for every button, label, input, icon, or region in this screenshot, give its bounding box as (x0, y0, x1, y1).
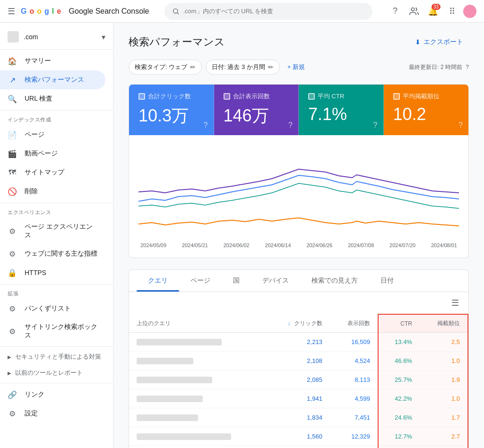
tab-devices[interactable]: デバイス (251, 270, 300, 292)
security-section-expand[interactable]: ▶ セキュリティと手動による対策 (0, 349, 113, 365)
tab-countries-label: 国 (233, 276, 240, 284)
metric-clicks[interactable]: 合計クリック数 10.3万 ? (129, 85, 214, 135)
divider-4 (0, 284, 113, 284)
clicks-cell: 1,941 (267, 389, 330, 408)
notifications-icon[interactable]: 🔔 33 (425, 4, 441, 19)
x-label-5: 2024/07/08 (348, 242, 374, 248)
date-range-filter[interactable]: 日付: 過去 3 か月間 ✏ (206, 60, 280, 75)
topbar: ☰ Google Google Search Console ? 🔔 33 ⠿ (0, 0, 484, 23)
tab-countries[interactable]: 国 (222, 270, 251, 292)
position-help-icon[interactable]: ? (458, 121, 463, 129)
sidebar-item-remove[interactable]: 🚫 削除 (0, 182, 105, 201)
tab-pages-label: ページ (190, 276, 210, 284)
ctr-checkbox (308, 93, 315, 100)
clicks-cell: 2,108 (267, 352, 330, 370)
search-input[interactable] (183, 8, 365, 15)
divider-2 (0, 110, 113, 111)
app-title: Google Search Console (69, 7, 149, 16)
manage-users-icon[interactable] (406, 4, 422, 19)
section-title-index: インデックス作成 (0, 112, 113, 125)
col-impressions[interactable]: 表示回数 (330, 314, 378, 333)
position-cell: 2.7 (420, 427, 468, 446)
table-row[interactable]: 2,0858,11325.7%1.9 (129, 370, 468, 389)
add-filter-button[interactable]: + 新規 (284, 60, 309, 74)
impressions-help-icon[interactable]: ? (288, 121, 293, 129)
ctr-cell: 13.6% (378, 446, 420, 448)
url-search-icon: 🔍 (8, 94, 17, 103)
date-range-edit-icon: ✏ (268, 63, 274, 71)
tab-queries[interactable]: クエリ (137, 270, 179, 292)
col-query[interactable]: 上位のクエリ (129, 314, 267, 333)
sidebar-item-https[interactable]: 🔒 HTTPS (0, 263, 105, 282)
sidebar-item-search-performance-label: 検索パフォーマンス (25, 76, 84, 84)
sidebar-item-settings[interactable]: ⚙ 設定 (0, 404, 105, 423)
position-label: 平均掲載順位 (393, 92, 459, 101)
data-table: 上位のクエリ ↓ クリック数 表示回数 CTR 掲載 (129, 314, 468, 448)
clicks-help-icon[interactable]: ? (204, 121, 208, 129)
position-cell: 2.5 (420, 333, 468, 352)
sidebar-item-url-inspection-label: URL 検査 (25, 95, 52, 103)
tab-search-appearance[interactable]: 検索での見え方 (300, 270, 369, 292)
sidebar-item-links[interactable]: 🔗 リンク (0, 385, 105, 404)
x-label-6: 2024/07/20 (389, 242, 415, 248)
avatar[interactable] (463, 5, 476, 18)
metric-position[interactable]: 平均掲載順位 10.2 ? (384, 85, 469, 135)
sidebar: .com ▾ 🏠 サマリー ↗ 検索パフォーマンス 🔍 URL 検査 インデック… (0, 23, 113, 448)
metric-impressions[interactable]: 合計表示回数 146万 ? (214, 85, 299, 135)
sidebar-item-search-performance[interactable]: ↗ 検索パフォーマンス (0, 70, 105, 89)
table-row[interactable]: 2,21316,50913.4%2.5 (129, 333, 468, 352)
metric-ctr[interactable]: 平均 CTR 7.1% ? (299, 85, 384, 135)
trending-icon: ↗ (8, 75, 17, 85)
ctr-cell: 42.2% (378, 389, 420, 408)
position-value: 10.2 (393, 104, 459, 124)
sort-icon: ↓ (288, 320, 291, 327)
tab-dates[interactable]: 日付 (369, 270, 405, 292)
ctr-help-icon[interactable]: ? (373, 121, 378, 129)
search-type-filter[interactable]: 検索タイプ: ウェブ ✏ (129, 60, 202, 75)
last-updated: 最終更新日: 2 時間前 ? (409, 63, 469, 71)
apps-grid-icon[interactable]: ⠿ (444, 4, 459, 19)
table-filter-button[interactable]: ☰ (449, 296, 461, 310)
col-position[interactable]: 掲載順位 (420, 314, 468, 333)
clicks-cell: 1,560 (267, 427, 330, 446)
svg-line-1 (177, 13, 179, 14)
table-row[interactable]: 2,1084,52446.6%1.0 (129, 352, 468, 370)
topbar-actions: ? 🔔 33 ⠿ (388, 4, 476, 19)
sidebar-item-breadcrumbs[interactable]: ⚙ パンくずリスト (0, 299, 105, 318)
page-experience-icon: ⚙ (8, 226, 17, 236)
sidebar-item-summary[interactable]: 🏠 サマリー (0, 52, 105, 70)
export-button[interactable]: ⬇ エクスポート (409, 34, 469, 50)
sidebar-item-video-pages[interactable]: 🎬 動画ページ (0, 144, 105, 163)
tabs-row: クエリ ページ 国 デバイス 検索での見え方 日付 (129, 270, 468, 292)
table-row[interactable]: 1,8347,45124.6%1.7 (129, 408, 468, 427)
tab-search-appearance-label: 検索での見え方 (311, 276, 358, 284)
last-updated-help-icon[interactable]: ? (466, 64, 469, 70)
global-search[interactable] (164, 3, 373, 20)
search-type-label: 検索タイプ: ウェブ (135, 63, 187, 71)
site-selector[interactable]: .com ▾ (0, 26, 113, 47)
tab-dates-label: 日付 (380, 276, 394, 284)
sidebar-item-sitelinks[interactable]: ⚙ サイトリンク検索ボックス (0, 318, 105, 345)
ctr-cell: 25.7% (378, 370, 420, 389)
col-clicks[interactable]: ↓ クリック数 (267, 314, 330, 333)
sidebar-item-pages-label: ページ (25, 130, 44, 139)
section-title-experience: エクスペリエンス (0, 205, 113, 218)
sidebar-item-sitemap[interactable]: 🗺 サイトマップ (0, 163, 105, 182)
table-toolbar: ☰ (129, 292, 468, 314)
sidebar-item-page-experience[interactable]: ⚙ ページ エクスペリエンス (0, 218, 105, 244)
help-icon[interactable]: ? (388, 4, 403, 19)
sidebar-item-web-vitals[interactable]: ⚙ ウェブに関する主な指標 (0, 244, 105, 263)
sidebar-item-url-inspection[interactable]: 🔍 URL 検査 (0, 89, 105, 108)
legacy-tools-expand[interactable]: ▶ 以前のツールとレポート (0, 365, 113, 381)
table-row[interactable]: 1,9414,59942.2%1.0 (129, 389, 468, 408)
query-cell (129, 446, 267, 448)
col-ctr[interactable]: CTR (378, 314, 420, 333)
query-cell (129, 352, 267, 370)
table-row[interactable]: 1,56012,32912.7%2.7 (129, 427, 468, 446)
table-row[interactable]: 1,49410,96113.6%2.4 (129, 446, 468, 448)
breadcrumbs-icon: ⚙ (8, 304, 17, 313)
ctr-cell: 13.4% (378, 333, 420, 352)
menu-icon[interactable]: ☰ (8, 6, 15, 17)
sidebar-item-pages[interactable]: 📄 ページ (0, 125, 105, 144)
tab-pages[interactable]: ページ (179, 270, 222, 292)
